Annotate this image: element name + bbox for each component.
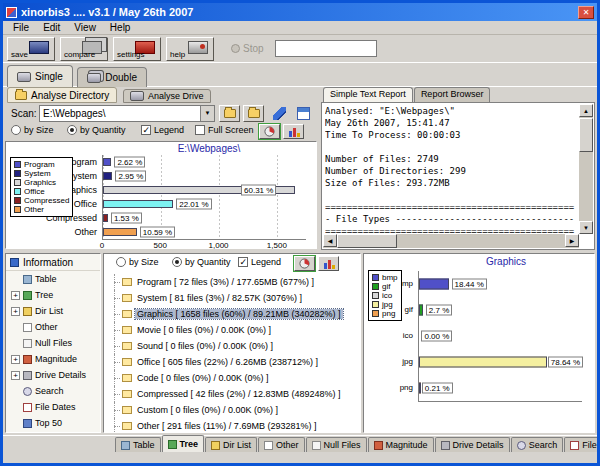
expander-icon[interactable]: + [11,355,20,364]
by-quantity-radio[interactable]: by Quantity [172,257,231,267]
x-tick-label: 1,500 [267,241,287,250]
checkbox-icon [141,125,151,135]
main-chart: E:\Webpages\ Program System G [5,141,317,249]
sidebar-item[interactable]: + Null Files [6,335,100,351]
tree-row[interactable]: System [ 81 files (3%) / 82.57K (3076%) … [106,290,358,306]
bottom-tab[interactable]: Dir List [205,437,257,452]
dropdown-arrow-icon[interactable]: ▼ [200,106,214,121]
refresh-icon[interactable] [297,107,310,120]
menu-help[interactable]: Help [104,22,137,33]
sidebar-item[interactable]: + Drive Details [6,367,100,383]
scroll-down-icon[interactable]: ▼ [579,221,593,234]
menu-file[interactable]: File [7,22,35,33]
bottom-tab[interactable]: Drive Details [435,437,510,452]
bottom-tab[interactable]: Tree [162,435,205,452]
menu-edit[interactable]: Edit [37,22,66,33]
sidebar-item[interactable]: + Other [6,319,100,335]
search-icon [23,387,32,396]
menu-view[interactable]: View [68,22,102,33]
tree-row[interactable]: Sound [ 0 files (0%) / 0.00K (0%) ] [106,338,358,354]
tree-row[interactable]: Movie [ 0 files (0%) / 0.00K (0%) ] [106,322,358,338]
by-size-label: by Size [129,257,159,267]
full-screen-checkbox[interactable]: Full Screen [195,125,254,135]
vertical-scrollbar[interactable]: ▲ ▼ [579,104,593,234]
sidebar-header: Information [6,254,100,271]
analyse-directory-label: Analyse Directory [31,90,109,101]
tree-row-label: Compressed [ 42 files (2%) / 12.83MB (48… [135,389,343,399]
sidebar-item-label: File Dates [35,402,76,412]
tree-row[interactable]: Code [ 0 files (0%) / 0.00K (0%) ] [106,370,358,386]
tree-row[interactable]: Graphics [ 1658 files (60%) / 89.21MB (3… [106,306,358,322]
analyse-drive-tab[interactable]: Analyse Drive [123,89,211,103]
bottom-tab[interactable]: Search [511,437,564,452]
horizontal-scrollbar[interactable]: ◀ ▶ [323,234,579,248]
sidebar-item[interactable]: + File Dates [6,399,100,415]
toolbar-input[interactable] [275,40,377,57]
tab-report-browser[interactable]: Report Browser [414,87,491,102]
bottom-tab[interactable]: Other [258,437,305,452]
bottom-tab[interactable]: Null Files [306,437,367,452]
sidebar-item[interactable]: + Magnitude [6,351,100,367]
by-quantity-radio[interactable]: by Quantity [67,125,126,135]
bar [419,357,547,368]
legend-label: png [382,309,395,318]
compare-button[interactable]: compare [60,37,108,61]
sidebar-item[interactable]: + Search [6,383,100,399]
checkbox-icon [238,257,248,267]
sidebar-item[interactable]: + Table [6,271,100,287]
expander-icon[interactable]: + [11,307,20,316]
bottom-tab[interactable]: File Dates [564,437,600,452]
tree-row[interactable]: Custom [ 0 files (0%) / 0.00K (0%) ] [106,402,358,418]
expander-icon[interactable]: + [11,291,20,300]
by-size-radio[interactable]: by Size [11,125,54,135]
bottom-tab[interactable]: Magnitude [368,437,434,452]
by-size-radio[interactable]: by Size [116,257,159,267]
tree-row[interactable]: Other [ 291 files (11%) / 7.69MB (293281… [106,418,358,433]
settings-button[interactable]: settings [113,37,161,61]
tree-row[interactable]: Office [ 605 files (22%) / 6.26MB (23871… [106,354,358,370]
value-label: 1.53 % [111,213,142,224]
bottom-tab[interactable]: Table [115,437,161,452]
tree-row[interactable]: Program [ 72 files (3%) / 177.65MB (677%… [106,274,358,290]
sidebar-item[interactable]: + Tree [6,287,100,303]
scroll-up-icon[interactable]: ▲ [579,104,593,117]
title-bar[interactable]: xinorbis3 .... v3.1 / May 26th 2007 ✕ [3,3,597,21]
report-text-area[interactable]: Analysed: "E:\Webpages\"May 26th 2007, 1… [321,102,595,250]
close-button[interactable]: ✕ [578,6,594,19]
scroll-right-icon[interactable]: ▶ [565,234,579,247]
tab-simple-text-report[interactable]: Simple Text Report [323,87,413,102]
save-button[interactable]: save [7,37,55,61]
help-label: help [170,50,185,59]
category-label: jpg [369,349,413,375]
browse-folder-button[interactable] [219,105,240,122]
bar-chart-button[interactable] [283,124,304,139]
legend-checkbox[interactable]: Legend [141,125,184,135]
pen-icon[interactable] [273,107,286,120]
legend-label: bmp [382,273,398,282]
legend-checkbox[interactable]: Legend [238,257,281,267]
scan-path-combobox[interactable]: E:\Webpages\ ▼ [39,105,215,122]
tree-row[interactable]: Compressed [ 42 files (2%) / 12.83MB (48… [106,386,358,402]
legend-swatch [372,310,379,317]
sidebar-item[interactable]: + Dir List [6,303,100,319]
pie-chart-button[interactable] [259,124,280,139]
view-tab-strip: Single Double [3,63,597,87]
folder-icon [122,342,132,350]
open-folder-button[interactable] [243,105,264,122]
scrollbar-thumb[interactable] [337,234,397,248]
value-label: 10.59 % [140,227,175,238]
app-icon [6,7,17,18]
scrollbar-thumb[interactable] [579,118,593,152]
tab-double[interactable]: Double [77,67,147,87]
bar-chart-button[interactable] [318,256,339,271]
sidebar-item[interactable]: + Top 50 [6,415,100,431]
help-button[interactable]: help [166,37,214,61]
scroll-left-icon[interactable]: ◀ [323,234,337,247]
tab-single[interactable]: Single [7,65,73,87]
help-icon [188,41,208,54]
expander-icon[interactable]: + [11,371,20,380]
chart-title: Graphics [418,254,594,267]
analyse-directory-tab[interactable]: Analyse Directory [7,87,117,103]
pie-chart-button[interactable] [294,256,315,271]
legend-entry: gif [372,282,398,291]
